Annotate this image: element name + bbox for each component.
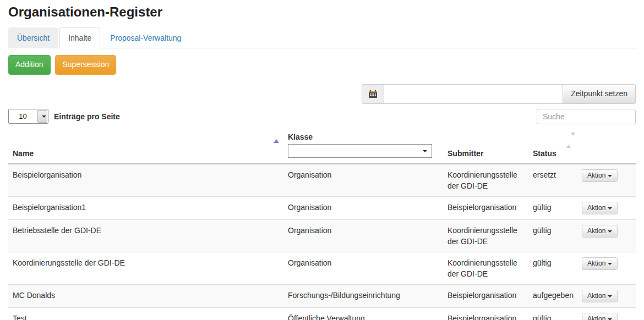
- page-size-select[interactable]: 10: [8, 109, 48, 124]
- column-header-submitter-label: Submitter: [447, 149, 483, 158]
- caret-down-icon: [608, 207, 612, 209]
- timepoint-row: Zeitpunkt setzen: [8, 84, 636, 104]
- klasse-filter-select[interactable]: [288, 144, 432, 158]
- caret-down-icon: [423, 150, 427, 152]
- page-size-control: 10 Einträge pro Seite: [8, 109, 120, 124]
- table-row: MC Donalds Forschungs-/Bildungseinrichtu…: [8, 284, 636, 307]
- cell-status: gültig: [528, 219, 576, 252]
- cell-status: gültig: [528, 252, 576, 284]
- tab-proposal-verwaltung[interactable]: Proposal-Verwaltung: [101, 27, 190, 48]
- cell-name: MC Donalds: [8, 284, 283, 307]
- column-header-status-label: Status: [533, 149, 556, 158]
- table-row: Beispielorganisation1 Organisation Beisp…: [8, 196, 636, 219]
- aktion-dropdown-button[interactable]: Aktion: [582, 202, 618, 214]
- tab-bar: Übersicht Inhalte Proposal-Verwaltung: [8, 27, 636, 48]
- aktion-label: Aktion: [587, 292, 605, 300]
- cell-submitter: Beispielorganisation: [443, 284, 528, 307]
- cell-name: Betriebsstelle der GDI-DE: [8, 219, 283, 252]
- cell-name: Test: [8, 307, 283, 320]
- aktion-label: Aktion: [587, 172, 605, 179]
- sort-ascending-icon: [274, 139, 279, 143]
- aktion-dropdown-button[interactable]: Aktion: [582, 313, 618, 320]
- column-header-klasse: Klasse: [283, 130, 443, 164]
- caret-down-icon: [608, 230, 612, 233]
- zeitpunkt-setzen-button[interactable]: Zeitpunkt setzen: [563, 84, 636, 104]
- aktion-dropdown-button[interactable]: Aktion: [582, 257, 618, 270]
- cell-name: Koordinierungsstelle der GDI-DE: [8, 252, 283, 284]
- cell-submitter: Beispielorganisation: [443, 196, 528, 219]
- tab-inhalte[interactable]: Inhalte: [59, 27, 100, 48]
- aktion-dropdown-button[interactable]: Aktion: [582, 169, 618, 182]
- column-header-submitter: Submitter: [443, 130, 528, 164]
- register-table: Name Klasse Submitter Status: [8, 130, 636, 320]
- supersession-button[interactable]: Supersession: [55, 55, 116, 75]
- select-arrow-button[interactable]: [37, 110, 47, 123]
- sort-both-icon: [566, 136, 575, 145]
- page-size-value: 10: [9, 109, 37, 123]
- table-row: Betriebsstelle der GDI-DE Organisation K…: [8, 219, 636, 252]
- aktion-label: Aktion: [587, 227, 605, 235]
- cell-name: Beispielorganisation1: [8, 196, 283, 219]
- cell-status: ersetzt: [528, 164, 576, 197]
- cell-klasse: Organisation: [283, 196, 443, 219]
- caret-down-icon: [608, 295, 612, 297]
- timepoint-input-group: Zeitpunkt setzen: [362, 84, 636, 104]
- caret-down-icon: [608, 175, 612, 177]
- cell-submitter: Beispielorganisation: [443, 307, 528, 320]
- cell-klasse: Organisation: [283, 252, 443, 284]
- calendar-icon: [368, 90, 378, 98]
- aktion-label: Aktion: [587, 204, 605, 212]
- aktion-label: Aktion: [587, 260, 605, 267]
- table-row: Test Öffentliche Verwaltung Beispielorga…: [8, 307, 636, 320]
- page-size-label: Einträge pro Seite: [54, 112, 120, 121]
- cell-status: gültig: [528, 196, 576, 219]
- controls-row: 10 Einträge pro Seite: [8, 109, 636, 124]
- aktion-label: Aktion: [587, 315, 605, 320]
- column-header-name[interactable]: Name: [8, 130, 283, 164]
- column-header-status[interactable]: Status: [528, 130, 576, 164]
- table-row: Beispielorganisation Organisation Koordi…: [8, 164, 636, 197]
- cell-klasse: Öffentliche Verwaltung: [283, 307, 443, 320]
- caret-down-icon: [42, 115, 46, 118]
- cell-klasse: Organisation: [283, 219, 443, 252]
- proposal-button-row: Addition Supersession: [8, 55, 636, 75]
- search-input[interactable]: [537, 109, 636, 124]
- column-header-actions: [576, 130, 636, 164]
- table-row: Koordinierungsstelle der GDI-DE Organisa…: [8, 252, 636, 284]
- addition-button[interactable]: Addition: [8, 55, 51, 75]
- cell-status: gültig: [528, 307, 576, 320]
- caret-down-icon: [608, 263, 612, 265]
- cell-status: aufgegeben: [528, 284, 576, 307]
- aktion-dropdown-button[interactable]: Aktion: [582, 290, 618, 302]
- column-header-name-label: Name: [13, 149, 34, 158]
- cell-klasse: Forschungs-/Bildungseinrichtung: [283, 284, 443, 307]
- cell-submitter: Koordinierungsstelle der GDI-DE: [443, 219, 528, 252]
- timepoint-input[interactable]: [384, 84, 563, 104]
- cell-name: Beispielorganisation: [8, 164, 283, 197]
- table-header-row: Name Klasse Submitter Status: [8, 130, 636, 164]
- calendar-addon[interactable]: [362, 84, 384, 104]
- cell-klasse: Organisation: [283, 164, 443, 197]
- page-title: Organisationen-Register: [8, 4, 636, 20]
- column-header-klasse-label: Klasse: [288, 133, 313, 141]
- cell-submitter: Koordinierungsstelle der GDI-DE: [443, 164, 528, 197]
- tab-uebersicht[interactable]: Übersicht: [8, 27, 58, 48]
- page-container: Organisationen-Register Übersicht Inhalt…: [0, 4, 644, 320]
- cell-submitter: Koordinierungsstelle der GDI-DE: [443, 252, 528, 284]
- aktion-dropdown-button[interactable]: Aktion: [582, 225, 618, 238]
